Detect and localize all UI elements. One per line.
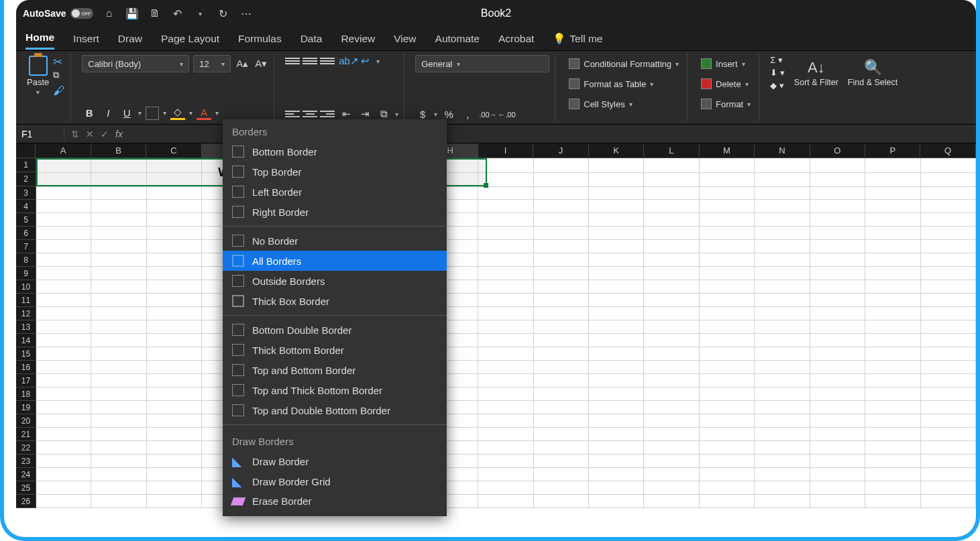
cell[interactable] [478, 441, 533, 455]
cell[interactable] [644, 334, 699, 347]
col-header[interactable]: C [146, 143, 201, 158]
menu-item-no-border[interactable]: No Border [223, 231, 447, 251]
menu-item-top-border[interactable]: Top Border [223, 162, 447, 182]
cell[interactable] [91, 428, 146, 441]
row-header[interactable]: 19 [16, 401, 36, 414]
cell[interactable] [478, 172, 533, 187]
cell[interactable] [534, 387, 589, 401]
cell[interactable] [534, 414, 589, 428]
cell[interactable] [36, 495, 91, 508]
menu-item-erase-border[interactable]: Erase Border [223, 491, 447, 511]
cell[interactable] [147, 227, 202, 240]
cell[interactable] [865, 334, 920, 347]
cell[interactable] [700, 200, 755, 213]
format-cells-button[interactable]: Format▾ [698, 95, 753, 113]
font-name-dropdown[interactable]: Calibri (Body)▾ [82, 55, 189, 72]
cell[interactable] [147, 455, 202, 468]
cell[interactable] [534, 280, 589, 294]
cell[interactable] [810, 361, 865, 374]
menu-item-top-thick-bottom-border[interactable]: Top and Thick Bottom Border [223, 380, 447, 400]
cell[interactable] [644, 428, 699, 441]
menu-item-thick-bottom-border[interactable]: Thick Bottom Border [223, 340, 447, 360]
cell[interactable] [36, 428, 91, 441]
cell[interactable] [921, 227, 976, 240]
cell[interactable] [921, 280, 976, 294]
cell[interactable] [589, 240, 644, 253]
cell[interactable] [865, 307, 920, 320]
cell[interactable] [700, 401, 755, 414]
cell[interactable] [36, 307, 91, 320]
cell[interactable] [147, 334, 202, 347]
cell[interactable] [644, 468, 699, 481]
cell[interactable] [700, 495, 755, 508]
cell[interactable] [755, 387, 810, 401]
undo-dropdown-icon[interactable]: ▾ [194, 7, 207, 20]
cell[interactable] [865, 280, 920, 294]
cell[interactable] [865, 186, 920, 200]
cell[interactable] [478, 186, 533, 200]
cell[interactable] [534, 361, 589, 374]
italic-button[interactable]: I [101, 107, 115, 119]
cell[interactable] [921, 320, 976, 334]
cell[interactable] [755, 267, 810, 280]
decrease-indent-icon[interactable]: ⇤ [339, 108, 353, 120]
percent-icon[interactable]: % [441, 109, 456, 120]
cell[interactable] [534, 347, 589, 361]
cell[interactable] [700, 441, 755, 455]
name-box-dropdown-icon[interactable]: ⇅ [71, 129, 79, 139]
menu-item-bottom-border[interactable]: Bottom Border [223, 141, 447, 162]
menu-item-top-bottom-border[interactable]: Top and Bottom Border [223, 360, 447, 380]
cell[interactable] [700, 414, 755, 428]
cell[interactable] [91, 374, 146, 387]
cell[interactable] [91, 186, 146, 200]
home-icon[interactable]: ⌂ [103, 7, 116, 20]
format-painter-icon[interactable]: 🖌 [53, 84, 65, 97]
cell[interactable] [810, 347, 865, 361]
cell[interactable] [700, 158, 755, 173]
cell[interactable] [534, 320, 589, 334]
paste-button[interactable]: Paste ▾ [27, 56, 49, 96]
row-header[interactable]: 7 [16, 240, 36, 253]
tab-home[interactable]: Home [25, 27, 54, 50]
cell[interactable] [644, 414, 699, 428]
cell[interactable] [147, 267, 202, 280]
cell[interactable] [921, 481, 976, 495]
save-icon[interactable]: 💾 [125, 7, 139, 20]
menu-item-left-border[interactable]: Left Border [223, 182, 447, 202]
cell[interactable] [755, 414, 810, 428]
cell[interactable] [755, 468, 810, 481]
align-center-icon[interactable] [303, 108, 317, 120]
name-box[interactable]: F1 [16, 129, 64, 139]
cell[interactable] [478, 213, 533, 227]
cell[interactable] [755, 455, 810, 468]
cell[interactable] [865, 428, 920, 441]
cell[interactable] [700, 428, 755, 441]
cell[interactable] [755, 495, 810, 508]
cell[interactable] [700, 481, 755, 495]
merge-icon[interactable]: ⧉ [376, 108, 391, 120]
cell[interactable] [810, 374, 865, 387]
cell-styles-button[interactable]: Cell Styles▾ [566, 95, 682, 113]
cell[interactable] [478, 428, 533, 441]
align-right-icon[interactable] [320, 108, 335, 120]
conditional-formatting-button[interactable]: Conditional Formatting▾ [566, 55, 682, 72]
cell[interactable] [865, 347, 920, 361]
menu-item-top-double-bottom-border[interactable]: Top and Double Bottom Border [223, 400, 447, 420]
cell[interactable] [644, 320, 699, 334]
col-header[interactable]: L [644, 143, 699, 158]
cell[interactable] [534, 428, 589, 441]
menu-item-bottom-double-border[interactable]: Bottom Double Border [223, 320, 447, 340]
cell[interactable] [478, 267, 533, 280]
tab-view[interactable]: View [394, 29, 416, 49]
cell[interactable] [865, 240, 920, 253]
cell[interactable] [91, 481, 146, 495]
cell[interactable] [921, 495, 976, 508]
save-as-icon[interactable]: 🗎 [148, 7, 162, 20]
cell[interactable] [534, 158, 589, 173]
cell[interactable] [865, 158, 920, 173]
cell[interactable] [91, 227, 146, 240]
cell[interactable] [36, 172, 91, 187]
cell[interactable] [36, 320, 91, 334]
cell[interactable] [865, 495, 920, 508]
cell[interactable] [534, 227, 589, 240]
